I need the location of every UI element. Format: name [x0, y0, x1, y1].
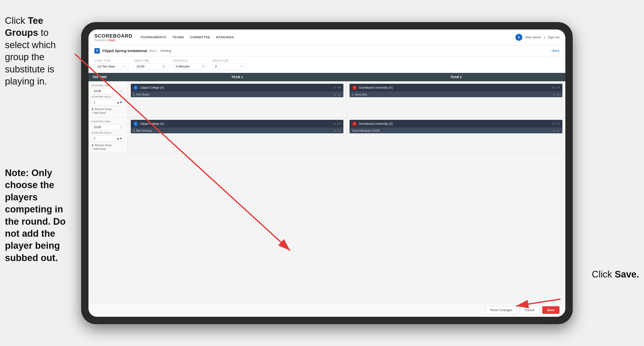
intervals-input[interactable]: 5 Minutes 🕐 [173, 63, 208, 70]
clock-icon: 🕐 [162, 65, 166, 68]
team1-entry-group2[interactable]: C Clippd College (A) ✕ ▲▼ 2. Blair McHar… [131, 120, 344, 133]
team1-entry-group1[interactable]: C Clippd College (A) ✕ ▲▼ 1. Rich Butler [131, 84, 344, 97]
team1-name-group1: Clippd College (A) [140, 86, 333, 89]
tablet-device: SCOREBOARD Powered by clippd TOURNAMENTS… [81, 22, 573, 324]
clock-icon-2: 🕐 [201, 65, 205, 68]
sign-out-link[interactable]: Sign out [548, 35, 560, 39]
player1-group2-team1: 2. Blair McHarg ✕ ▲▼ [131, 128, 344, 133]
team2-col-group2: S Scoreboard University (A) ✕ ▲▼ Dave Bi… [346, 117, 565, 153]
save-button[interactable]: Save [542, 306, 560, 314]
tournament-gender: (Men) [149, 49, 156, 52]
tee-actions-1: 🗑 Remove Group + Add Group [92, 108, 124, 114]
sub-header: B Clippd Spring Invitational (Men) Hosti… [88, 45, 565, 56]
intervals-label: Intervals [173, 59, 208, 62]
save-bold: Save. [615, 269, 639, 280]
note-bold: Note: Only choose the players competing … [5, 168, 66, 263]
remove-group-btn-2[interactable]: 🗑 Remove Group [92, 144, 124, 147]
starting-hole-label-2: STARTING HOLE: [92, 132, 124, 134]
tablet-screen: SCOREBOARD Powered by clippd TOURNAMENTS… [88, 29, 565, 317]
table-header: Tee Time Team 1 Team 2 [88, 73, 565, 81]
team1-icon-group1: C [133, 85, 138, 90]
player1-name-group1-team1: 1. Rich Butler [133, 93, 334, 96]
team1-remove-group1[interactable]: ✕ [333, 86, 336, 89]
team2-arrows-group1: ▲▼ [556, 87, 560, 89]
starting-hole-input-2[interactable]: 1 ▲▼ [92, 136, 124, 141]
team1-header-group2: C Clippd College (A) ✕ ▲▼ [131, 120, 344, 128]
group-size-label: Group Size [212, 59, 247, 62]
hole-chevrons-2: ▲▼ [116, 137, 122, 140]
player1-name-group2-team2: Dave Billingham (SUB) [352, 129, 553, 132]
team1-controls-group1: ✕ ▲▼ [333, 86, 341, 89]
nav-tournaments[interactable]: TOURNAMENTS [140, 34, 166, 40]
player1-arrows-group2-team2: ▲▼ [556, 130, 560, 132]
player1-group1-team2: 1. Rees Britt ✕ ▲▼ [350, 92, 562, 97]
back-button[interactable]: ‹ Back [550, 49, 560, 52]
team1-icon-group2: C [133, 121, 138, 126]
clock-icon-4: 🕐 [120, 126, 122, 129]
starting-hole-input-1[interactable]: 1 ▲▼ [92, 99, 124, 105]
player1-remove-group1-team1[interactable]: ✕ [334, 93, 336, 96]
table-area: Tee Time Team 1 Team 2 STARTING TIME: 10… [88, 73, 565, 303]
player1-name-group2-team1: 2. Blair McHarg [133, 129, 334, 132]
starting-time-input-2[interactable]: 10:05 🕐 [92, 124, 124, 130]
team2-entry-group1[interactable]: S Scoreboard University (A) ✕ ▲▼ 1. Rees… [350, 84, 562, 97]
nav-rankings[interactable]: RANKINGS [216, 34, 234, 40]
click-save-text: Click Save. [592, 269, 639, 280]
add-group-btn-2[interactable]: + Add Group [92, 148, 124, 150]
team2-header-group2: S Scoreboard University (A) ✕ ▲▼ [350, 120, 562, 128]
player1-name-group1-team2: 1. Rees Britt [352, 93, 553, 96]
user-avatar: B [516, 34, 522, 41]
team2-entry-group2[interactable]: S Scoreboard University (A) ✕ ▲▼ Dave Bi… [350, 120, 562, 133]
start-type-chevrons: ▲▼ [122, 65, 126, 67]
player1-group1-team1: 1. Rich Butler ✕ ▲▼ [131, 92, 344, 97]
click-save-prefix: Click [592, 269, 615, 280]
cancel-button[interactable]: Cancel [520, 306, 539, 314]
team1-arrows-group1: ▲▼ [337, 87, 341, 89]
start-type-input[interactable]: 1st Tee Start ▲▼ [94, 63, 129, 70]
plus-icon-2: + [92, 148, 93, 150]
nav-teams[interactable]: TEAMS [172, 34, 184, 40]
team2-remove-group1[interactable]: ✕ [552, 86, 554, 89]
group-size-field: Group Size 2 ▲▼ [212, 59, 247, 70]
player1-remove-group1-team2[interactable]: ✕ [553, 93, 555, 96]
team2-name-group2: Scoreboard University (A) [359, 122, 552, 125]
nav-separator: | [544, 35, 545, 39]
tee-groups-scroll[interactable]: STARTING TIME: 10:00 🕐 STARTING HOLE: 1 … [88, 81, 565, 303]
team1-col-group2: C Clippd College (A) ✕ ▲▼ 2. Blair McHar… [128, 117, 346, 153]
team1-remove-group2[interactable]: ✕ [333, 122, 336, 125]
nav-committee[interactable]: COMMITTEE [190, 34, 210, 40]
player1-remove-group2-team2[interactable]: ✕ [553, 129, 555, 132]
player1-controls-group2-team2: ✕ ▲▼ [553, 129, 560, 132]
clock-icon-3: 🕐 [120, 90, 122, 93]
trash-icon: 🗑 [92, 108, 94, 110]
remove-group-btn-1[interactable]: 🗑 Remove Group [92, 108, 124, 110]
trash-icon-2: 🗑 [92, 144, 94, 147]
player1-arrows-group2-team1: ▲▼ [338, 130, 341, 132]
player1-controls-group2-team1: ✕ ▲▼ [334, 129, 341, 132]
start-time-input[interactable]: 10:00 🕐 [134, 63, 168, 70]
team1-col-group1: C Clippd College (A) ✕ ▲▼ 1. Rich Butler [128, 81, 346, 117]
logo-area: SCOREBOARD Powered by clippd [94, 33, 132, 41]
starting-time-label-2: STARTING TIME: [92, 120, 124, 123]
user-name: blair admin [525, 35, 541, 39]
th-team1: Team 1 [128, 73, 346, 81]
team2-col-group1: S Scoreboard University (A) ✕ ▲▼ 1. Rees… [346, 81, 565, 117]
reset-changes-button[interactable]: Reset Changes [486, 306, 517, 314]
starting-time-input-1[interactable]: 10:00 🕐 [92, 88, 124, 94]
team2-icon-group2: S [352, 121, 357, 126]
group-size-input[interactable]: 2 ▲▼ [212, 63, 247, 70]
team2-icon-group1: S [352, 85, 357, 90]
add-group-btn-1[interactable]: + Add Group [92, 111, 124, 114]
team1-arrows-group2: ▲▼ [337, 123, 341, 125]
hole-chevrons-1: ▲▼ [116, 101, 122, 104]
tee-actions-2: 🗑 Remove Group + Add Group [92, 144, 124, 150]
logo-powered: Powered by clippd [94, 39, 132, 41]
bottom-bar: Reset Changes Cancel Save [88, 303, 565, 317]
player1-remove-group2-team1[interactable]: ✕ [334, 129, 336, 132]
team1-name-group2: Clippd College (A) [140, 122, 333, 125]
team2-remove-group2[interactable]: ✕ [552, 122, 554, 125]
plus-icon: + [92, 111, 93, 114]
team2-controls-group1: ✕ ▲▼ [552, 86, 560, 89]
player1-controls-group1-team1: ✕ ▲▼ [334, 93, 341, 96]
tee-group-2: STARTING TIME: 10:05 🕐 STARTING HOLE: 1 … [88, 117, 565, 153]
